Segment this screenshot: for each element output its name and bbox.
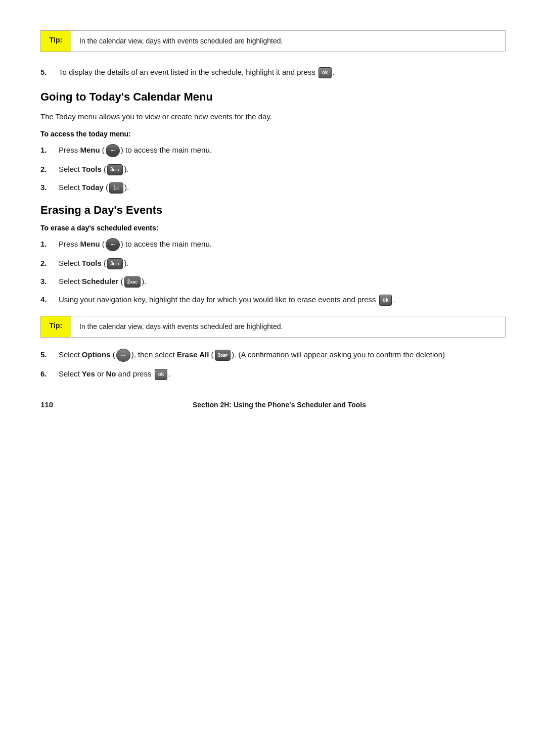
- tip-box-1: Tip: In the calendar view, days with eve…: [40, 30, 506, 52]
- page-number: 110: [40, 400, 53, 409]
- step-5-erase-text: Select Options (•••), then select Erase …: [59, 349, 445, 362]
- scheduler-button-icon: 2ABC: [124, 276, 141, 288]
- menu-button-icon-2: •••: [106, 238, 120, 251]
- section1-title: Going to Today's Calendar Menu: [40, 90, 506, 104]
- ok-button-icon: ok: [318, 67, 332, 78]
- section2-step1: 1. Press Menu (•••) to access the main m…: [40, 238, 506, 251]
- section1-step1: 1. Press Menu (•••) to access the main m…: [40, 144, 506, 157]
- section1-steps: 1. Press Menu (•••) to access the main m…: [40, 144, 506, 194]
- step-6-erase-text: Select Yes or No and press ok.: [59, 368, 170, 380]
- eraseall-button-icon: 3DEF: [215, 350, 231, 361]
- menu-button-icon-1: •••: [106, 144, 120, 157]
- step-5-erase: 5. Select Options (•••), then select Era…: [40, 349, 506, 362]
- section2-step3: 3. Select Scheduler (2ABC).: [40, 275, 506, 288]
- options-button-icon: •••: [116, 349, 130, 362]
- ok-button-icon-2: ok: [379, 295, 392, 306]
- step-5-text: To display the details of an event liste…: [59, 66, 335, 78]
- step-5-num: 5.: [40, 66, 59, 78]
- tip-content-1: In the calendar view, days with events s…: [71, 31, 505, 52]
- step-5-display: 5. To display the details of an event li…: [40, 66, 506, 78]
- tip-label-2: Tip:: [41, 316, 71, 337]
- step-6-erase-num: 6.: [40, 368, 59, 380]
- section2-step4: 4. Using your navigation key, highlight …: [40, 294, 506, 306]
- tools-button-icon-2: 3DEF: [107, 258, 123, 269]
- section2-steps: 1. Press Menu (•••) to access the main m…: [40, 238, 506, 306]
- footer-section-title: Section 2H: Using the Phone's Scheduler …: [53, 401, 506, 409]
- section1-subheading: To access the today menu:: [40, 130, 506, 138]
- today-button-icon: 1☉: [109, 182, 123, 194]
- section1-step2: 2. Select Tools (3DEF).: [40, 163, 506, 175]
- section1-step3: 3. Select Today (1☉).: [40, 181, 506, 194]
- section2-step2: 2. Select Tools (3DEF).: [40, 257, 506, 269]
- section1-intro: The Today menu allows you to view or cre…: [40, 111, 506, 123]
- tip-content-2: In the calendar view, days with events s…: [71, 316, 505, 337]
- tools-button-icon-1: 3DEF: [107, 164, 123, 175]
- section2-subheading: To erase a day's scheduled events:: [40, 224, 506, 232]
- step-6-erase: 6. Select Yes or No and press ok.: [40, 368, 506, 380]
- tip-label-1: Tip:: [41, 31, 71, 52]
- section2-title: Erasing a Day's Events: [40, 204, 506, 217]
- ok-button-icon-3: ok: [155, 369, 168, 380]
- step-5-erase-num: 5.: [40, 349, 59, 361]
- page-footer: 110 Section 2H: Using the Phone's Schedu…: [40, 400, 506, 409]
- tip-box-2: Tip: In the calendar view, days with eve…: [40, 316, 506, 338]
